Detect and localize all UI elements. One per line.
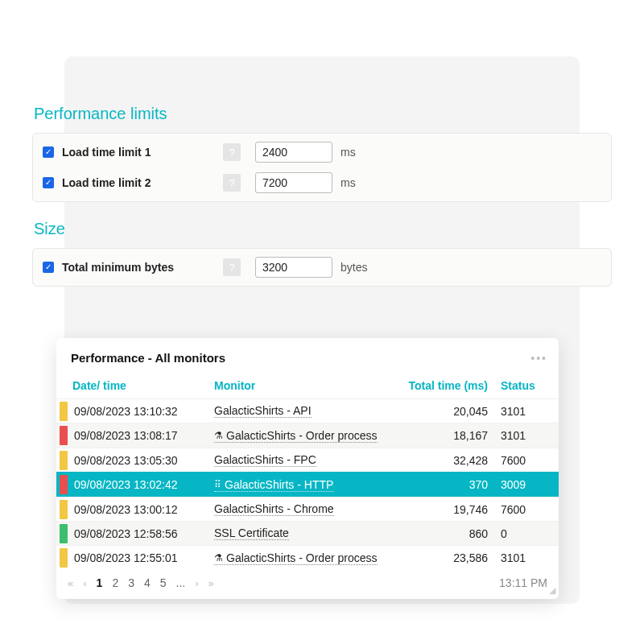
monitor-name: GalacticShirts - FPC (214, 453, 316, 466)
status-swatch (60, 475, 68, 494)
performance-card: ✓ Load time limit 1 ? ms ✓ Load time lim… (32, 133, 612, 202)
cell-monitor[interactable]: ⚗GalacticShirts - Order process (208, 423, 398, 448)
status-swatch (60, 524, 68, 543)
flask-icon: ⚗ (214, 553, 223, 563)
cell-date: 09/08/2023 12:58:56 (68, 522, 208, 546)
unit-ms-2: ms (341, 176, 356, 189)
cell-date: 09/08/2023 12:55:01 (68, 546, 208, 571)
pager: «‹12345...›» (68, 576, 214, 589)
cell-status: 3009 (494, 473, 559, 497)
cell-date: 09/08/2023 13:00:12 (68, 497, 208, 522)
label-load-limit-1: Load time limit 1 (62, 146, 215, 159)
table-row[interactable]: 09/08/2023 13:08:17⚗GalacticShirts - Ord… (56, 423, 559, 448)
input-min-bytes[interactable] (255, 257, 332, 278)
help-icon[interactable]: ? (223, 174, 241, 192)
config-panel: Performance limits ✓ Load time limit 1 ?… (32, 105, 612, 304)
table-row[interactable]: 09/08/2023 13:02:42⠿GalacticShirts - HTT… (56, 473, 559, 497)
pager-page-1[interactable]: 1 (97, 576, 103, 589)
pager-page-5[interactable]: 5 (160, 576, 167, 589)
col-status[interactable]: Status (494, 373, 559, 399)
cell-status: 3101 (494, 546, 559, 571)
help-icon[interactable]: ? (223, 143, 241, 161)
cell-total-time: 370 (398, 473, 494, 497)
size-card: ✓ Total minimum bytes ? bytes (32, 248, 612, 287)
monitor-card: Performance - All monitors ••• Date/ tim… (56, 338, 559, 599)
help-icon[interactable]: ? (223, 258, 241, 276)
cell-status: 7600 (494, 497, 559, 522)
status-swatch (60, 500, 68, 519)
status-swatch (60, 451, 68, 470)
table-row[interactable]: 09/08/2023 12:55:01⚗GalacticShirts - Ord… (56, 546, 559, 571)
pager-first-icon[interactable]: « (68, 577, 73, 589)
checkbox-load-limit-1[interactable]: ✓ (43, 147, 54, 158)
cell-total-time: 18,167 (398, 423, 494, 448)
monitor-name: GalacticShirts - Chrome (214, 502, 334, 515)
pager-prev-icon[interactable]: ‹ (83, 577, 86, 589)
col-date[interactable]: Date/ time (68, 373, 208, 399)
cell-date: 09/08/2023 13:10:32 (68, 399, 208, 423)
cell-monitor[interactable]: SSL Certificate (208, 522, 398, 546)
resize-handle-icon[interactable]: ◢ (549, 585, 555, 596)
cell-monitor[interactable]: GalacticShirts - API (208, 399, 398, 423)
cell-total-time: 23,586 (398, 546, 494, 571)
row-min-bytes: ✓ Total minimum bytes ? bytes (33, 252, 611, 283)
pager-page-4[interactable]: 4 (144, 576, 151, 589)
monitor-name: GalacticShirts - HTTP (225, 478, 333, 491)
status-swatch (60, 548, 68, 568)
pager-page-3[interactable]: 3 (128, 576, 134, 589)
input-load-limit-2[interactable] (255, 172, 332, 193)
pager-next-icon[interactable]: › (195, 577, 198, 589)
cell-total-time: 860 (398, 522, 494, 546)
pager-last-icon[interactable]: » (208, 577, 214, 589)
label-min-bytes: Total minimum bytes (62, 261, 215, 274)
more-icon[interactable]: ••• (530, 352, 547, 365)
cell-status: 7600 (494, 448, 559, 473)
col-time[interactable]: Total time (ms) (398, 373, 494, 399)
cell-monitor[interactable]: ⠿GalacticShirts - HTTP (208, 473, 398, 497)
cell-status: 0 (494, 522, 559, 546)
label-load-limit-2: Load time limit 2 (62, 176, 215, 189)
cell-date: 09/08/2023 13:02:42 (68, 473, 208, 497)
cell-total-time: 20,045 (398, 399, 494, 423)
cell-total-time: 32,428 (398, 448, 494, 473)
table-row[interactable]: 09/08/2023 13:10:32GalacticShirts - API2… (56, 399, 559, 423)
cell-monitor[interactable]: GalacticShirts - Chrome (208, 497, 398, 522)
table-row[interactable]: 09/08/2023 13:00:12GalacticShirts - Chro… (56, 497, 559, 522)
table-row[interactable]: 09/08/2023 13:05:30GalacticShirts - FPC3… (56, 448, 559, 473)
monitor-name: GalacticShirts - Order process (226, 429, 378, 442)
monitor-name: SSL Certificate (214, 526, 289, 539)
section-title-size: Size (32, 220, 612, 238)
monitor-name: GalacticShirts - Order process (226, 551, 378, 564)
section-title-performance: Performance limits (32, 105, 612, 123)
col-monitor[interactable]: Monitor (208, 373, 398, 399)
monitor-name: GalacticShirts - API (214, 404, 312, 417)
pager-ellipsis: ... (176, 576, 186, 589)
cell-date: 09/08/2023 13:05:30 (68, 448, 208, 473)
status-swatch (60, 426, 68, 445)
monitor-table: Date/ time Monitor Total time (ms) Statu… (56, 373, 559, 570)
pager-page-2[interactable]: 2 (112, 576, 118, 589)
unit-bytes: bytes (341, 261, 367, 274)
checkbox-min-bytes[interactable]: ✓ (43, 262, 54, 273)
cell-total-time: 19,746 (398, 497, 494, 522)
flask-icon: ⚗ (214, 431, 223, 440)
card-title: Performance - All monitors (71, 351, 225, 365)
row-load-limit-2: ✓ Load time limit 2 ? ms (33, 167, 611, 198)
table-row[interactable]: 09/08/2023 12:58:56SSL Certificate8600 (56, 522, 559, 546)
cell-status: 3101 (494, 399, 559, 423)
checkbox-load-limit-2[interactable]: ✓ (43, 177, 54, 188)
cell-monitor[interactable]: ⚗GalacticShirts - Order process (208, 546, 398, 571)
unit-ms-1: ms (341, 146, 356, 159)
pager-clock: 13:11 PM (499, 576, 547, 589)
status-swatch (60, 402, 68, 421)
row-load-limit-1: ✓ Load time limit 1 ? ms (33, 137, 611, 167)
cell-date: 09/08/2023 13:08:17 (68, 423, 208, 448)
cell-status: 3101 (494, 423, 559, 448)
input-load-limit-1[interactable] (255, 142, 332, 163)
grip-icon: ⠿ (214, 480, 221, 489)
cell-monitor[interactable]: GalacticShirts - FPC (208, 448, 398, 473)
